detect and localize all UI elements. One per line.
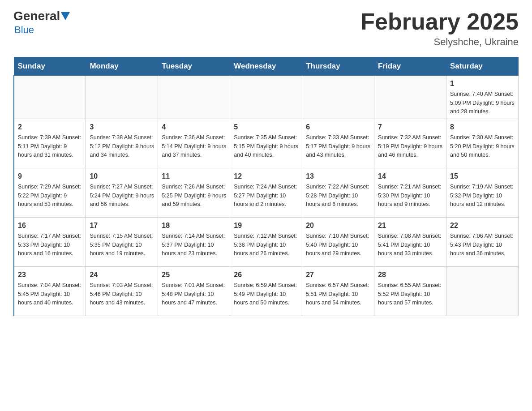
calendar-cell: 24Sunrise: 7:03 AM Sunset: 5:46 PM Dayli… <box>86 267 158 316</box>
calendar-cell: 10Sunrise: 7:27 AM Sunset: 5:24 PM Dayli… <box>86 168 158 218</box>
calendar-cell: 28Sunrise: 6:55 AM Sunset: 5:52 PM Dayli… <box>374 267 446 316</box>
day-info: Sunrise: 7:36 AM Sunset: 5:14 PM Dayligh… <box>162 133 226 159</box>
day-info: Sunrise: 7:32 AM Sunset: 5:19 PM Dayligh… <box>378 133 442 159</box>
day-info: Sunrise: 7:06 AM Sunset: 5:43 PM Dayligh… <box>450 232 515 258</box>
day-info: Sunrise: 7:27 AM Sunset: 5:24 PM Dayligh… <box>90 183 154 209</box>
month-title: February 2025 <box>360 9 519 34</box>
day-info: Sunrise: 7:39 AM Sunset: 5:11 PM Dayligh… <box>18 133 82 159</box>
calendar-cell: 17Sunrise: 7:15 AM Sunset: 5:35 PM Dayli… <box>86 218 158 267</box>
day-number: 15 <box>450 171 515 182</box>
day-number: 11 <box>162 171 226 182</box>
calendar-cell: 23Sunrise: 7:04 AM Sunset: 5:45 PM Dayli… <box>14 267 86 316</box>
calendar-cell: 15Sunrise: 7:19 AM Sunset: 5:32 PM Dayli… <box>446 168 519 218</box>
day-info: Sunrise: 7:14 AM Sunset: 5:37 PM Dayligh… <box>162 232 226 258</box>
day-number: 23 <box>18 270 82 280</box>
weekday-header-monday: Monday <box>86 57 158 76</box>
day-number: 19 <box>234 220 298 231</box>
calendar-cell <box>86 76 158 119</box>
day-number: 14 <box>378 171 442 182</box>
day-info: Sunrise: 7:04 AM Sunset: 5:45 PM Dayligh… <box>18 281 82 307</box>
day-number: 28 <box>378 270 442 280</box>
day-number: 22 <box>450 220 515 231</box>
day-number: 2 <box>18 122 82 133</box>
day-number: 1 <box>450 78 515 89</box>
logo-triangle-icon <box>61 12 70 20</box>
day-number: 9 <box>18 171 82 182</box>
day-info: Sunrise: 7:30 AM Sunset: 5:20 PM Dayligh… <box>450 133 515 159</box>
calendar-cell: 9Sunrise: 7:29 AM Sunset: 5:22 PM Daylig… <box>14 168 86 218</box>
day-number: 10 <box>90 171 154 182</box>
day-info: Sunrise: 6:55 AM Sunset: 5:52 PM Dayligh… <box>378 281 442 307</box>
day-info: Sunrise: 7:01 AM Sunset: 5:48 PM Dayligh… <box>162 281 226 307</box>
day-number: 5 <box>234 122 298 133</box>
calendar-cell: 8Sunrise: 7:30 AM Sunset: 5:20 PM Daylig… <box>446 119 519 168</box>
calendar-cell: 4Sunrise: 7:36 AM Sunset: 5:14 PM Daylig… <box>158 119 230 168</box>
week-row-4: 16Sunrise: 7:17 AM Sunset: 5:33 PM Dayli… <box>14 218 519 267</box>
day-info: Sunrise: 7:38 AM Sunset: 5:12 PM Dayligh… <box>90 133 154 159</box>
calendar-cell: 20Sunrise: 7:10 AM Sunset: 5:40 PM Dayli… <box>302 218 374 267</box>
day-number: 17 <box>90 220 154 231</box>
weekday-row: SundayMondayTuesdayWednesdayThursdayFrid… <box>14 57 519 76</box>
weekday-header-friday: Friday <box>374 57 446 76</box>
day-info: Sunrise: 7:15 AM Sunset: 5:35 PM Dayligh… <box>90 232 154 258</box>
logo-general: General <box>13 9 60 23</box>
location: Selyshche, Ukraine <box>360 36 519 48</box>
day-info: Sunrise: 7:24 AM Sunset: 5:27 PM Dayligh… <box>234 183 298 209</box>
page-header: General Blue February 2025 Selyshche, Uk… <box>13 9 519 48</box>
week-row-1: 1Sunrise: 7:40 AM Sunset: 5:09 PM Daylig… <box>14 76 519 119</box>
day-info: Sunrise: 6:59 AM Sunset: 5:49 PM Dayligh… <box>234 281 298 307</box>
calendar-cell: 21Sunrise: 7:08 AM Sunset: 5:41 PM Dayli… <box>374 218 446 267</box>
day-info: Sunrise: 7:33 AM Sunset: 5:17 PM Dayligh… <box>306 133 370 159</box>
day-number: 6 <box>306 122 370 133</box>
day-info: Sunrise: 7:08 AM Sunset: 5:41 PM Dayligh… <box>378 232 442 258</box>
day-number: 21 <box>378 220 442 231</box>
day-info: Sunrise: 7:12 AM Sunset: 5:38 PM Dayligh… <box>234 232 298 258</box>
calendar-cell <box>14 76 86 119</box>
week-row-2: 2Sunrise: 7:39 AM Sunset: 5:11 PM Daylig… <box>14 119 519 168</box>
calendar-cell <box>374 76 446 119</box>
day-number: 7 <box>378 122 442 133</box>
day-number: 8 <box>450 122 515 133</box>
weekday-header-wednesday: Wednesday <box>230 57 302 76</box>
day-info: Sunrise: 7:29 AM Sunset: 5:22 PM Dayligh… <box>18 183 82 209</box>
calendar: SundayMondayTuesdayWednesdayThursdayFrid… <box>13 57 519 316</box>
day-info: Sunrise: 7:40 AM Sunset: 5:09 PM Dayligh… <box>450 90 515 116</box>
calendar-body: 1Sunrise: 7:40 AM Sunset: 5:09 PM Daylig… <box>14 76 519 316</box>
calendar-cell: 14Sunrise: 7:21 AM Sunset: 5:30 PM Dayli… <box>374 168 446 218</box>
weekday-header-tuesday: Tuesday <box>158 57 230 76</box>
day-info: Sunrise: 7:26 AM Sunset: 5:25 PM Dayligh… <box>162 183 226 209</box>
calendar-cell: 16Sunrise: 7:17 AM Sunset: 5:33 PM Dayli… <box>14 218 86 267</box>
day-number: 26 <box>234 270 298 280</box>
calendar-cell: 27Sunrise: 6:57 AM Sunset: 5:51 PM Dayli… <box>302 267 374 316</box>
calendar-cell: 25Sunrise: 7:01 AM Sunset: 5:48 PM Dayli… <box>158 267 230 316</box>
calendar-cell: 2Sunrise: 7:39 AM Sunset: 5:11 PM Daylig… <box>14 119 86 168</box>
calendar-cell: 26Sunrise: 6:59 AM Sunset: 5:49 PM Dayli… <box>230 267 302 316</box>
day-number: 20 <box>306 220 370 231</box>
calendar-cell <box>302 76 374 119</box>
calendar-cell: 6Sunrise: 7:33 AM Sunset: 5:17 PM Daylig… <box>302 119 374 168</box>
day-number: 18 <box>162 220 226 231</box>
calendar-cell: 22Sunrise: 7:06 AM Sunset: 5:43 PM Dayli… <box>446 218 519 267</box>
week-row-3: 9Sunrise: 7:29 AM Sunset: 5:22 PM Daylig… <box>14 168 519 218</box>
day-info: Sunrise: 6:57 AM Sunset: 5:51 PM Dayligh… <box>306 281 370 307</box>
calendar-cell: 11Sunrise: 7:26 AM Sunset: 5:25 PM Dayli… <box>158 168 230 218</box>
calendar-cell: 1Sunrise: 7:40 AM Sunset: 5:09 PM Daylig… <box>446 76 519 119</box>
day-info: Sunrise: 7:10 AM Sunset: 5:40 PM Dayligh… <box>306 232 370 258</box>
calendar-cell <box>230 76 302 119</box>
logo: General Blue <box>13 9 71 36</box>
day-info: Sunrise: 7:03 AM Sunset: 5:46 PM Dayligh… <box>90 281 154 307</box>
calendar-cell: 19Sunrise: 7:12 AM Sunset: 5:38 PM Dayli… <box>230 218 302 267</box>
calendar-cell: 12Sunrise: 7:24 AM Sunset: 5:27 PM Dayli… <box>230 168 302 218</box>
day-number: 12 <box>234 171 298 182</box>
logo-blue: Blue <box>13 24 34 36</box>
calendar-cell: 18Sunrise: 7:14 AM Sunset: 5:37 PM Dayli… <box>158 218 230 267</box>
title-block: February 2025 Selyshche, Ukraine <box>360 9 519 48</box>
day-number: 16 <box>18 220 82 231</box>
calendar-cell <box>446 267 519 316</box>
weekday-header-sunday: Sunday <box>14 57 86 76</box>
day-info: Sunrise: 7:19 AM Sunset: 5:32 PM Dayligh… <box>450 183 515 209</box>
day-number: 25 <box>162 270 226 280</box>
day-number: 24 <box>90 270 154 280</box>
day-info: Sunrise: 7:17 AM Sunset: 5:33 PM Dayligh… <box>18 232 82 258</box>
day-number: 3 <box>90 122 154 133</box>
